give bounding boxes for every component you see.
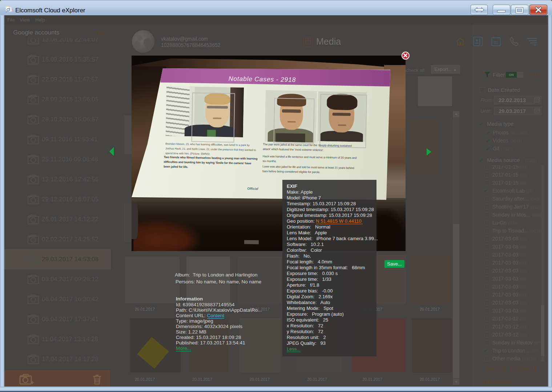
svg-text:31: 31 <box>494 40 498 45</box>
